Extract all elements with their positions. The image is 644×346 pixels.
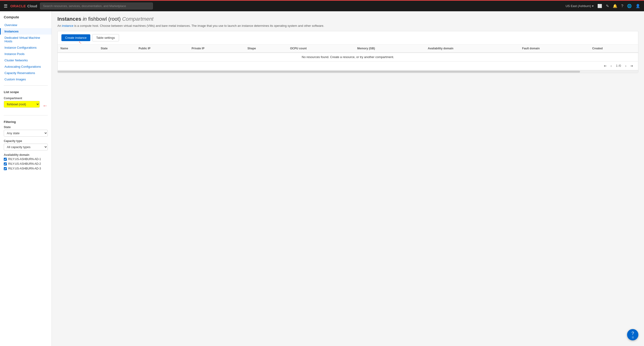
availability-domain-item-0: RILY:US-ASHBURN-AD-1 xyxy=(4,157,48,161)
prev-page-button[interactable]: ‹ xyxy=(609,63,613,68)
region-selector[interactable]: US East (Ashburn) ▾ xyxy=(566,4,594,8)
compartment-selector[interactable]: fishbowl (root) xyxy=(4,101,40,108)
sidebar-item-instance-pools[interactable]: Instance Pools xyxy=(0,51,52,57)
region-chevron-icon: ▾ xyxy=(592,4,594,8)
table-header-name[interactable]: Name xyxy=(58,44,98,53)
page-title-in: in xyxy=(83,16,88,22)
availability-domain-checkbox-2[interactable] xyxy=(4,167,7,170)
compartment-arrow-annotation: ← xyxy=(42,103,48,109)
help-grid-icon: ☷ xyxy=(632,336,634,339)
list-scope-title: List scope xyxy=(0,88,52,95)
sidebar-item-custom-images[interactable]: Custom Images xyxy=(0,76,52,82)
sidebar-item-instances[interactable]: Instances xyxy=(0,28,52,34)
capacity-type-label: Capacity type xyxy=(4,139,48,143)
page-header: Instances in fishbowl (root) Compartment… xyxy=(58,16,638,28)
availability-domain-checkbox-1[interactable] xyxy=(4,162,7,165)
availability-domain-item-2: RILY:US-ASHBURN-AD-3 xyxy=(4,167,48,170)
availability-domain-label-0: RILY:US-ASHBURN-AD-1 xyxy=(8,157,41,161)
sidebar-navigation: OverviewInstancesDedicated Virtual Machi… xyxy=(0,22,52,82)
table-header-row: NameStatePublic IPPrivate IPShapeOCPU co… xyxy=(58,44,638,53)
cloud-shell-icon[interactable]: ⬜ xyxy=(598,4,602,8)
table-header-shape[interactable]: Shape xyxy=(244,44,287,53)
page-title: Instances in fishbowl (root) Compartment xyxy=(58,16,638,22)
table-header-fault-domain[interactable]: Fault domain xyxy=(519,44,590,53)
page-title-instances: Instances xyxy=(58,16,82,22)
table-header-memory-gb[interactable]: Memory (GB) xyxy=(354,44,425,53)
content-area: Instances in fishbowl (root) Compartment… xyxy=(52,11,644,346)
first-page-button[interactable]: ⇤ xyxy=(602,63,608,68)
oracle-text: ORACLE xyxy=(10,4,26,8)
page-title-compartment-suffix: Compartment xyxy=(122,16,153,22)
availability-domain-label: Availability domain xyxy=(4,153,48,157)
table-header-availability-domain[interactable]: Availability domain xyxy=(425,44,519,53)
table-header-ocpu-count[interactable]: OCPU count xyxy=(287,44,354,53)
sidebar-item-cluster-networks[interactable]: Cluster Networks xyxy=(0,57,52,63)
sidebar-divider-2 xyxy=(4,115,48,115)
sidebar-section-title: Compute xyxy=(0,15,52,22)
availability-domain-label-2: RILY:US-ASHBURN-AD-3 xyxy=(8,167,41,170)
sidebar-item-overview[interactable]: Overview xyxy=(0,22,52,28)
compartment-section: Compartment fishbowl (root) ← xyxy=(0,95,52,112)
next-page-button[interactable]: › xyxy=(624,63,628,68)
nav-right-section: US East (Ashburn) ▾ ⬜ ✎ 🔔 ? 🌐 👤 xyxy=(566,4,640,8)
scrollbar-thumb xyxy=(58,71,580,73)
sidebar-item-capacity-reservations[interactable]: Capacity Reservations xyxy=(0,70,52,76)
sidebar-item-autoscaling[interactable]: Autoscaling Configurations xyxy=(0,63,52,70)
empty-state-row: No resources found. Create a resource, o… xyxy=(58,53,638,61)
pagination-info: 1 /0 xyxy=(614,64,623,67)
table-header-state[interactable]: State xyxy=(98,44,136,53)
oracle-logo: ORACLE Cloud xyxy=(10,4,37,8)
availability-domain-checkboxes: RILY:US-ASHBURN-AD-1RILY:US-ASHBURN-AD-2… xyxy=(4,157,48,170)
globe-icon[interactable]: 🌐 xyxy=(627,4,632,8)
user-avatar-icon[interactable]: 👤 xyxy=(636,4,640,8)
help-icon-symbol: ? xyxy=(631,331,634,336)
sidebar-item-instance-configs[interactable]: Instance Configurations xyxy=(0,44,52,51)
hamburger-menu-icon[interactable]: ☰ xyxy=(4,3,8,9)
table-header-private-ip[interactable]: Private IP xyxy=(189,44,244,53)
cloud-text: Cloud xyxy=(27,4,37,8)
filtering-title: Filtering xyxy=(4,120,48,124)
table-scroll-area[interactable]: NameStatePublic IPPrivate IPShapeOCPU co… xyxy=(58,44,638,61)
region-label: US East (Ashburn) xyxy=(566,4,591,8)
instance-link[interactable]: instance xyxy=(62,24,74,27)
page-desc-suffix: is a compute host. Choose between virtua… xyxy=(74,24,324,27)
sidebar-item-dvmh[interactable]: Dedicated Virtual Machine Hosts xyxy=(0,34,52,44)
capacity-type-selector[interactable]: All capacity typesOn-demandPreemptibleDe… xyxy=(4,144,48,150)
availability-domain-checkbox-0[interactable] xyxy=(4,158,7,161)
last-page-button[interactable]: ⇥ xyxy=(629,63,634,68)
table-toolbar: Create instance Table settings ↑ xyxy=(58,31,638,44)
instances-table-card: Create instance Table settings ↑ NameSta… xyxy=(58,31,638,73)
empty-state-message: No resources found. Create a resource, o… xyxy=(58,53,638,61)
bell-icon[interactable]: 🔔 xyxy=(613,4,618,8)
page-desc-prefix: An xyxy=(58,24,61,27)
availability-domain-label-1: RILY:US-ASHBURN-AD-2 xyxy=(8,162,41,165)
sidebar: Compute OverviewInstancesDedicated Virtu… xyxy=(0,11,52,346)
horizontal-scrollbar[interactable] xyxy=(58,70,638,73)
help-button[interactable]: ? ☷ xyxy=(627,329,638,340)
table-header-public-ip[interactable]: Public IP xyxy=(136,44,189,53)
compartment-label: Compartment xyxy=(4,97,48,100)
page-title-compartment-name: fishbowl (root) xyxy=(88,16,121,22)
filtering-section: Filtering State Any stateRunningStoppedT… xyxy=(0,118,52,172)
table-header: NameStatePublic IPPrivate IPShapeOCPU co… xyxy=(58,44,638,53)
global-search-input[interactable] xyxy=(40,2,153,9)
page-description: An instance is a compute host. Choose be… xyxy=(58,23,638,28)
table-header-created[interactable]: Created xyxy=(590,44,638,53)
state-filter-label: State xyxy=(4,125,48,129)
table-settings-button[interactable]: Table settings xyxy=(92,34,119,41)
top-navigation: ☰ ORACLE Cloud US East (Ashburn) ▾ ⬜ ✎ 🔔… xyxy=(0,0,644,11)
pencil-icon[interactable]: ✎ xyxy=(606,4,609,8)
table-body: No resources found. Create a resource, o… xyxy=(58,53,638,61)
instances-table: NameStatePublic IPPrivate IPShapeOCPU co… xyxy=(58,44,638,61)
availability-domain-item-1: RILY:US-ASHBURN-AD-2 xyxy=(4,162,48,165)
state-filter-selector[interactable]: Any stateRunningStoppedTerminated xyxy=(4,130,48,137)
create-instance-button[interactable]: Create instance xyxy=(62,34,90,41)
pagination: ⇤ ‹ 1 /0 › ⇥ xyxy=(58,61,638,70)
main-layout: Compute OverviewInstancesDedicated Virtu… xyxy=(0,11,644,346)
help-icon[interactable]: ? xyxy=(621,4,623,8)
